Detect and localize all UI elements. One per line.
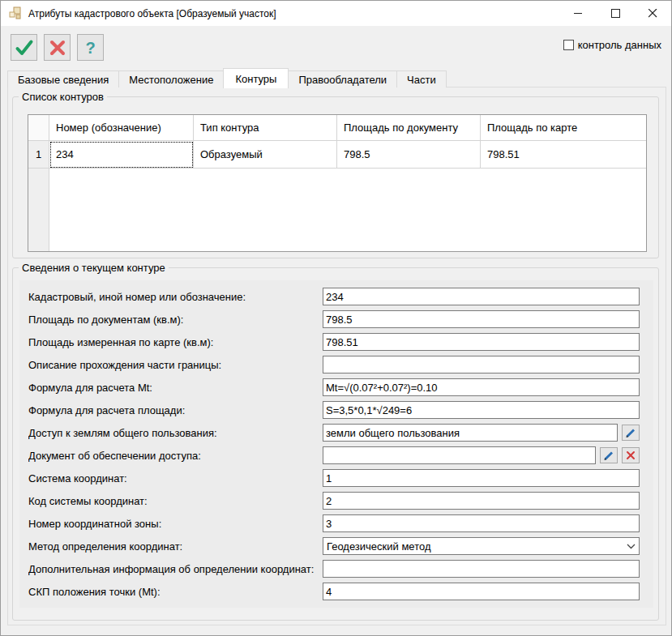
pencil-icon	[625, 427, 636, 438]
form-row: Номер координатной зоны:	[28, 514, 640, 532]
field-label-mt-formula: Формула для расчета Mt:	[28, 382, 323, 394]
column-header-area-doc[interactable]: Площадь по документу	[337, 115, 481, 141]
window-title: Атрибуты кадастрового объекта [Образуемы…	[28, 8, 559, 19]
coordinate-system-code-input[interactable]	[323, 492, 640, 510]
field-label-additional-info: Дополнительная информация об определении…	[28, 563, 323, 575]
contour-details-panel: Кадастровый, иной номер или обозначение:…	[19, 280, 653, 608]
close-button[interactable]	[634, 1, 671, 26]
area-formula-input[interactable]	[323, 401, 640, 419]
tab-page-contours: Список контуров Номер (обозначение) Тип …	[7, 87, 666, 625]
area-by-map-input[interactable]	[323, 333, 640, 351]
checkbox-box[interactable]	[563, 40, 574, 50]
form-row: Доступ к землям общего пользования:	[28, 424, 640, 442]
form-row: Метод определения координат: Геодезическ…	[28, 537, 640, 555]
contour-list-group-title: Список контуров	[19, 91, 107, 103]
table-cell-type[interactable]: Образуемый	[194, 141, 337, 169]
titlebar: Атрибуты кадастрового объекта [Образуемы…	[1, 1, 671, 26]
tabstrip: Базовые сведения Местоположение Контуры …	[1, 69, 671, 88]
access-document-input[interactable]	[323, 446, 596, 464]
area-by-documents-input[interactable]	[323, 310, 640, 328]
additional-info-input[interactable]	[323, 560, 640, 578]
clear-icon	[626, 450, 636, 460]
field-label-public-land-access: Доступ к землям общего пользования:	[28, 427, 323, 439]
tab-basic-info[interactable]: Базовые сведения	[7, 70, 119, 88]
form-row: СКП положения точки (Mt):	[28, 583, 640, 600]
coordinate-zone-number-input[interactable]	[323, 514, 640, 532]
maximize-icon	[611, 9, 620, 18]
table-corner-cell[interactable]	[28, 115, 49, 141]
field-label-area-formula: Формула для расчета площади:	[28, 404, 323, 416]
form-row: Формула для расчета Mt:	[28, 378, 640, 396]
edit-access-button[interactable]	[622, 425, 640, 441]
field-label-access-document: Документ об обеспечении доступа:	[28, 450, 323, 462]
check-icon	[15, 38, 34, 58]
table-cell-area-map[interactable]: 798.51	[481, 141, 646, 169]
field-label-area-by-map: Площадь измеренная по карте (кв.м):	[28, 336, 323, 348]
contour-table: Номер (обозначение) Тип контура Площадь …	[28, 114, 647, 252]
question-icon: ?	[85, 40, 95, 56]
app-icon	[8, 6, 22, 20]
cross-icon	[49, 39, 66, 57]
row-header-filler	[28, 169, 49, 251]
coordinate-system-input[interactable]	[323, 469, 640, 487]
tab-parts[interactable]: Части	[396, 70, 447, 88]
edit-document-button[interactable]	[600, 447, 618, 463]
table-cell-number[interactable]: 234	[49, 141, 194, 169]
table-empty-area	[49, 169, 646, 251]
tab-location[interactable]: Местоположение	[118, 70, 224, 88]
field-label-coordinate-system: Система координат:	[28, 472, 323, 484]
form-row: Документ об обеспечении доступа:	[28, 446, 640, 464]
form-row: Код системы координат:	[28, 492, 640, 510]
contour-details-group-title: Сведения о текущем контуре	[19, 262, 169, 274]
chevron-down-icon	[627, 544, 636, 549]
checkbox-label: контроль данных	[578, 39, 661, 51]
form-row: Площадь измеренная по карте (кв.м):	[28, 333, 640, 351]
field-label-coordinate-method: Метод определения координат:	[28, 540, 323, 553]
tab-rightholders[interactable]: Правообладатели	[288, 70, 397, 88]
dialog-window: Атрибуты кадастрового объекта [Образуемы…	[0, 0, 672, 636]
column-header-number[interactable]: Номер (обозначение)	[49, 115, 194, 141]
field-label-point-rmse: СКП положения точки (Mt):	[28, 586, 323, 598]
apply-button[interactable]	[11, 34, 37, 61]
field-label-area-by-documents: Площадь по документам (кв.м):	[28, 314, 323, 326]
coordinate-method-value: Геодезический метод	[327, 540, 431, 553]
close-icon	[648, 9, 657, 18]
maximize-button[interactable]	[597, 1, 634, 26]
toolbar: ? контроль данных	[1, 26, 671, 69]
help-button[interactable]: ?	[77, 34, 104, 61]
contour-list-groupbox: Список контуров Номер (обозначение) Тип …	[12, 96, 659, 258]
pencil-icon	[603, 450, 614, 461]
field-label-boundary-description: Описание прохождения части границы:	[28, 359, 323, 371]
form-row: Система координат:	[28, 469, 640, 487]
cancel-button[interactable]	[44, 34, 71, 61]
form-row: Площадь по документам (кв.м):	[28, 310, 640, 328]
data-control-checkbox[interactable]: контроль данных	[563, 39, 661, 51]
point-rmse-input[interactable]	[323, 583, 640, 600]
column-header-area-map[interactable]: Площадь по карте	[481, 115, 646, 141]
field-label-coordinate-system-code: Код системы координат:	[28, 495, 323, 507]
mt-formula-input[interactable]	[323, 378, 640, 396]
form-row: Дополнительная информация об определении…	[28, 560, 640, 578]
form-row: Формула для расчета площади:	[28, 401, 640, 419]
minimize-button[interactable]	[559, 1, 597, 26]
boundary-description-input[interactable]	[323, 356, 640, 373]
field-label-coordinate-zone-number: Номер координатной зоны:	[28, 518, 323, 530]
public-land-access-input[interactable]	[323, 424, 618, 442]
table-cell-area-doc[interactable]: 798.5	[337, 141, 481, 169]
field-label-cadastral-number: Кадастровый, иной номер или обозначение:	[28, 291, 323, 303]
form-row: Кадастровый, иной номер или обозначение:	[28, 288, 640, 305]
column-header-type[interactable]: Тип контура	[194, 115, 337, 141]
cadastral-number-input[interactable]	[323, 288, 640, 305]
tab-contours[interactable]: Контуры	[223, 68, 289, 88]
coordinate-method-select[interactable]: Геодезический метод	[323, 537, 640, 555]
clear-document-button[interactable]	[622, 447, 640, 463]
row-header[interactable]: 1	[28, 141, 49, 169]
form-row: Описание прохождения части границы:	[28, 356, 640, 373]
minimize-icon	[574, 9, 583, 18]
contour-details-groupbox: Сведения о текущем контуре Кадастровый, …	[12, 267, 659, 621]
